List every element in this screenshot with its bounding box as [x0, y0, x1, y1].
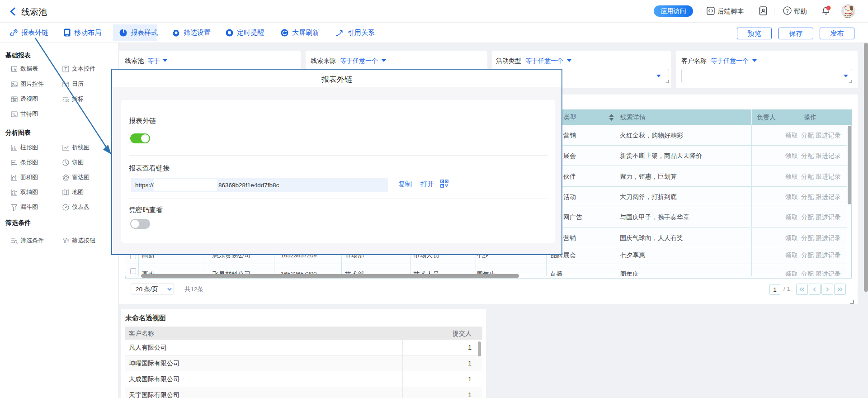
svg-text:4,80: 4,80 — [62, 98, 69, 103]
svg-text:?: ? — [786, 8, 788, 14]
